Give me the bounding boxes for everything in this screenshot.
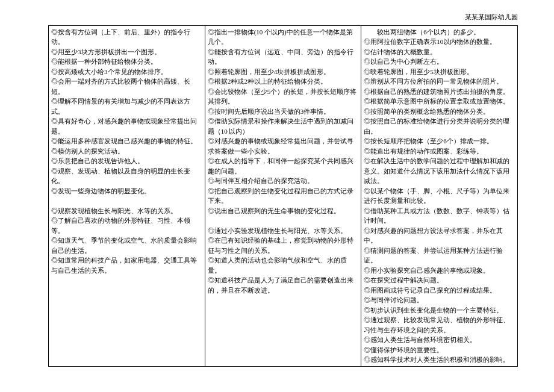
list-item: ◎借助某种工具或方法（数数、数字、钟表等）估计时间。 [364, 206, 515, 226]
list-item: ◎用阿拉伯数字正确表示10以内物体的数量。 [364, 37, 515, 47]
list-item [208, 216, 359, 226]
list-item: ◎发现一些身边物体的明显变化。 [51, 186, 202, 196]
column-1-list: ◎按含有方位词（上下、前后、里外）的指令行动。◎用至少3块方形拼板拼出一个图形。… [51, 27, 202, 276]
list-item: ◎通过小实验发现植物生长与阳光、水等关系。 [208, 226, 359, 236]
list-item: 较出两组物体（6个以内）的多少。 [364, 27, 515, 37]
list-item: ◎对感兴趣的事物或现象经常提出问题，并尝试寻求答案做一些小实验。 [208, 136, 359, 156]
list-item: ◎理解不同情景的有关增加与减少的不同表达方式。 [51, 96, 202, 116]
list-item: ◎能造出有规律的动作或图案、彩练等。 [364, 146, 515, 157]
list-item: ◎以某个物体（手、脚、小棍、尺子等）为单位来进行长度测量和比较。 [364, 186, 515, 206]
list-item: ◎指出一排物体(10 个以内)中的任意一个物体是第几个。 [208, 27, 359, 47]
list-item: ◎知道人类的活动也会影响气候和空气、水的质量。 [208, 255, 359, 275]
content-table: ◎按含有方位词（上下、前后、里外）的指令行动。◎用至少3块方形拼板拼出一个图形。… [48, 25, 518, 367]
list-item: ◎对感兴趣的问题想方设法寻求答案，并乐在其中。 [364, 226, 515, 246]
list-item: ◎初步认识到生长变化是生物的一个主要特征。 [364, 305, 515, 316]
list-item: ◎知道天气、季节的变化或空气、水的质量会影响自己的生活。 [51, 235, 202, 255]
list-item: ◎在已有知识经验的基础上，察觉到动物的外形特征与习性之间的关系。 [208, 235, 359, 255]
list-item: ◎根据简单示意图中所标的位置拿取或放置物体。 [364, 96, 515, 107]
list-item: ◎说出自己观察到的无生命事物的变化过程。 [208, 206, 359, 216]
list-item: ◎把自己观察到的生物变化过程用自己的方式记录下来。 [208, 186, 359, 206]
page-header: 某某某国际幼儿园 [48, 12, 518, 22]
list-item: ◎用至少3块方形拼板拼出一个图形。 [51, 47, 202, 57]
list-item: ◎在成人的指导下，和同伴一起探究某个共同感兴趣的问题。 [208, 156, 359, 176]
list-item: ◎用图画或符号记录自己探究的过程或结果。 [364, 285, 515, 296]
column-2-list: ◎指出一排物体(10 个以内)中的任意一个物体是第几个。◎能按含有方位词（远近、… [208, 27, 359, 296]
list-item [51, 196, 202, 206]
list-item: ◎以自己为中心判断左右。 [364, 57, 515, 67]
list-item: ◎根据2种或2种以上的特征给物体分类。 [208, 76, 359, 87]
list-item: ◎猜测问题的答案、并尝试运用某种方法进行验证。 [364, 246, 515, 266]
list-item: ◎在解决生活中的数学问题的过程中理解加和减的意义。如知道什么情况下该用加法什么情… [364, 156, 515, 186]
list-item: ◎模仿别人的探究活动。 [51, 146, 202, 157]
list-item: ◎观察发现植物生长与阳光、水等的关系。 [51, 206, 202, 216]
list-item: ◎按高矮或大小给3个常见的物体排序。 [51, 67, 202, 77]
list-item: ◎与同伴互相介绍自己的探究活动。 [208, 176, 359, 186]
list-item: ◎具有好奇心，对感兴趣的事物或现象经常提出问题。 [51, 116, 202, 136]
column-3-list: 较出两组物体（6个以内）的多少。◎用阿拉伯数字正确表示10以内物体的数量。◎估计… [364, 27, 515, 365]
list-item: ◎用小实验探究自己感兴趣的事物或现象。 [364, 266, 515, 276]
list-item: ◎了解自己喜欢的动物的外形特征、习性、本领等。 [51, 216, 202, 235]
list-item: ◎懂得保护环境的重要性。 [364, 345, 515, 355]
list-item: ◎乐意把自己的发现告诉他人。 [51, 156, 202, 166]
list-item: ◎知道科技产品是人为了满足自己的需要创造出来的，并且在不断改进。 [208, 275, 359, 295]
list-item: ◎估计物体的大概数量。 [364, 47, 515, 57]
list-item: ◎映着轮廓图，用至少5块拼板图形。 [364, 67, 515, 77]
list-item: ◎按照简单的类别概念给熟悉的物体分类。 [364, 107, 515, 117]
list-item: ◎在探究过程中解决问题。 [364, 275, 515, 285]
list-item: ◎会比较物体（至少5个）的长短，并按长短顺序将其排列。 [208, 87, 359, 107]
list-item: ◎通过观察、比较发现常见动、植物的外形特征、习性与生存环境之间的关系。 [364, 315, 515, 335]
list-item: ◎根据自己的熟悉的建筑物照片拣出拍摄的角度。 [364, 87, 515, 97]
list-item: ◎辨别从不同方位所拍的同一常见物体的照片。 [364, 76, 515, 87]
list-item: ◎知道常用的科技产品，如家用电器、交通工具等与自己生活的关系。 [51, 255, 202, 275]
list-item: ◎能根据一种外部特征给物体分类。 [51, 57, 202, 67]
list-item: ◎感知科学技术对人类生活的积极和消极的影响。 [364, 355, 515, 365]
list-item: ◎观察、发现动、植物以及自身的明显的生长变化。 [51, 166, 202, 186]
list-item: ◎与同伴讨论问题。 [364, 295, 515, 305]
list-item: ◎会用一端对齐的方式比较两个物体的高矮、长短。 [51, 76, 202, 96]
list-item: ◎按照自己的标准给物体进行分类并说明分类的理由。 [364, 116, 515, 136]
list-item: ◎按时间先后顺序说出当天做的3件事情。 [208, 107, 359, 117]
list-item: ◎照着轮廓图，用至少4块拼板拼成图形。 [208, 67, 359, 77]
list-item: ◎按含有方位词（上下、前后、里外）的指令行动。 [51, 27, 202, 47]
list-item: ◎能运用多种感官发现自己感兴趣的事物的特征。 [51, 136, 202, 146]
list-item: ◎感知人类生活与自然环境密切相关。 [364, 335, 515, 345]
list-item: ◎能按含有方位词（远近、中间、旁边）的指令行动。 [208, 47, 359, 67]
list-item: ◎借助实际情景和操作来解决生活中遇到的加减问题（10 以内） [208, 116, 359, 136]
list-item: ◎按长短顺序把物体（至少6个）排成一排。 [364, 136, 515, 146]
